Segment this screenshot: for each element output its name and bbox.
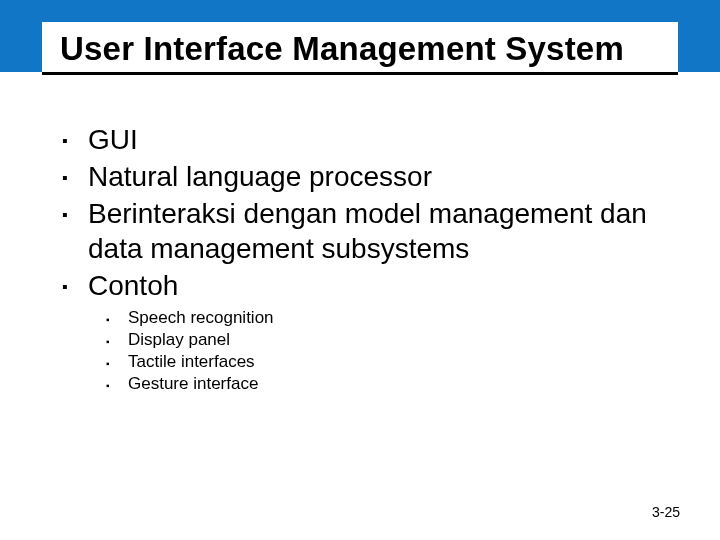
list-item: Contoh Speech recognition Display panel … (62, 268, 678, 395)
list-item: Tactile interfaces (106, 351, 678, 373)
bullet-list: GUI Natural language processor Berintera… (62, 122, 678, 395)
sub-bullet-text: Display panel (128, 330, 230, 349)
list-item: Gesture interface (106, 373, 678, 395)
slide-title: User Interface Management System (60, 30, 660, 68)
bullet-text: Natural language processor (88, 161, 432, 192)
title-block: User Interface Management System (42, 22, 678, 75)
sub-bullet-text: Speech recognition (128, 308, 274, 327)
list-item: Natural language processor (62, 159, 678, 194)
list-item: Speech recognition (106, 307, 678, 329)
bullet-text: GUI (88, 124, 138, 155)
slide-number: 3-25 (652, 504, 680, 520)
slide: User Interface Management System GUI Nat… (0, 0, 720, 540)
sub-bullet-list: Speech recognition Display panel Tactile… (88, 307, 678, 395)
list-item: GUI (62, 122, 678, 157)
sub-bullet-text: Tactile interfaces (128, 352, 255, 371)
header: User Interface Management System (0, 0, 720, 110)
list-item: Display panel (106, 329, 678, 351)
bullet-text: Berinteraksi dengan model management dan… (88, 198, 647, 264)
bullet-text: Contoh (88, 270, 178, 301)
sub-bullet-text: Gesture interface (128, 374, 258, 393)
content: GUI Natural language processor Berintera… (62, 122, 678, 397)
list-item: Berinteraksi dengan model management dan… (62, 196, 678, 266)
